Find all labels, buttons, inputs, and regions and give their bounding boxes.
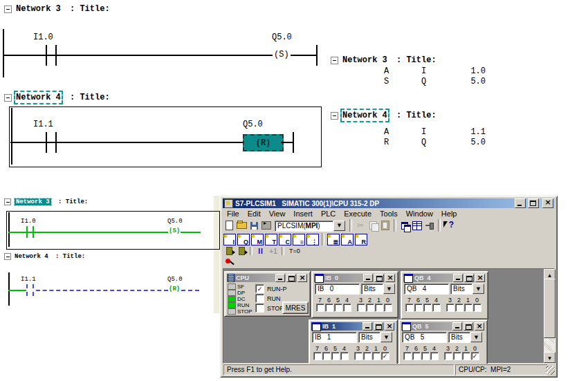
minimize-button[interactable] (453, 274, 463, 282)
bit-checkbox[interactable] (340, 352, 349, 360)
scrollbar-thumb[interactable] (544, 279, 555, 338)
address-field[interactable]: IB 0 (315, 284, 360, 295)
contact-bar-energized[interactable] (26, 226, 28, 238)
set-coil-energized[interactable]: (S) (168, 227, 181, 234)
insert-accumulator-icon[interactable]: A (341, 234, 353, 245)
bit-checkbox[interactable] (334, 304, 342, 312)
address-field[interactable]: QB 4 (404, 284, 449, 295)
bit-checkbox[interactable] (430, 352, 439, 360)
menu-file[interactable]: File (223, 209, 244, 219)
runp-checkbox-row[interactable]: ✓ RUN-P (255, 284, 287, 293)
insert-input-icon[interactable]: I (223, 234, 236, 245)
collapse-icon[interactable] (331, 112, 338, 120)
menu-execute[interactable]: Execute (340, 209, 376, 219)
menu-insert[interactable]: Insert (289, 209, 317, 219)
collapse-icon[interactable] (4, 94, 12, 102)
insert-memory-icon[interactable]: M (251, 234, 264, 245)
cpu-title-bar[interactable]: CPU (227, 274, 308, 282)
maximize-button[interactable] (374, 322, 383, 331)
vertical-scrollbar[interactable]: ▲ ▼ (544, 269, 554, 363)
contact-bar[interactable] (55, 132, 57, 153)
bit-checkbox[interactable] (453, 352, 461, 360)
collapse-icon[interactable] (331, 57, 338, 64)
new-icon[interactable] (223, 220, 235, 231)
minimize-button[interactable] (363, 274, 373, 282)
bit-checkbox[interactable] (313, 352, 322, 360)
pushpin-icon[interactable] (423, 220, 436, 231)
pause-icon[interactable]: II (255, 247, 267, 255)
continuous-scan-icon[interactable] (223, 247, 235, 255)
io-title-bar[interactable]: QB 5 (401, 322, 485, 331)
bit-checkbox[interactable] (357, 304, 365, 312)
run-checkbox-row[interactable]: RUN (255, 294, 281, 303)
maximize-button[interactable] (464, 274, 474, 282)
bit-checkbox[interactable] (384, 304, 392, 312)
minimize-button[interactable] (275, 274, 285, 282)
bit-checkbox[interactable] (372, 352, 380, 360)
insert-generic-icon[interactable]: ≡ (293, 234, 305, 245)
collapse-icon[interactable] (4, 198, 11, 205)
title-bar[interactable]: S7-PLCSIM1 SIMATIC 300(1)\CPU 315-2 DP (223, 198, 555, 208)
context-help-icon[interactable] (443, 220, 455, 231)
bit-checkbox[interactable] (446, 304, 454, 312)
maximize-button[interactable] (528, 198, 539, 208)
close-button[interactable] (542, 198, 553, 208)
maximize-button[interactable] (286, 274, 296, 282)
bit-checkbox[interactable] (363, 352, 371, 360)
contact-bar[interactable] (46, 132, 47, 153)
bit-checkbox[interactable] (412, 352, 421, 360)
open-icon[interactable] (235, 220, 248, 231)
menu-plc[interactable]: PLC (317, 209, 340, 219)
bit-checkbox[interactable]: ✓ (471, 352, 479, 360)
contact-bar-inactive[interactable] (26, 284, 28, 296)
marker-pin-icon[interactable] (223, 257, 235, 268)
combo-dropdown-icon[interactable]: ▼ (472, 284, 484, 294)
bit-checkbox[interactable] (322, 352, 331, 360)
runp-checkbox[interactable]: ✓ (255, 284, 264, 293)
run-checkbox[interactable] (255, 294, 264, 303)
bit-checkbox[interactable] (414, 304, 423, 312)
format-combobox[interactable]: Bits ▼ (448, 332, 482, 342)
bit-checkbox[interactable] (455, 304, 463, 312)
bit-checkbox[interactable] (464, 304, 472, 312)
close-button[interactable] (475, 322, 484, 331)
bit-checkbox[interactable] (316, 304, 324, 312)
bit-checkbox[interactable] (403, 352, 412, 360)
insert-register-icon[interactable]: R (355, 234, 367, 245)
network-title-selected[interactable]: Network 4 (16, 93, 61, 102)
stl-row[interactable]: A I 1.1 (331, 127, 490, 137)
io-title-bar[interactable]: IB 0 (314, 274, 396, 282)
insert-stacks-icon[interactable]: ≣ (327, 234, 340, 245)
close-button[interactable] (385, 274, 395, 282)
contact-bar[interactable] (46, 45, 47, 66)
bit-checkbox[interactable] (405, 304, 414, 312)
menu-tools[interactable]: Tools (376, 209, 402, 219)
insert-counter-icon[interactable]: C (279, 234, 291, 245)
single-scan-icon[interactable] (235, 247, 248, 255)
stl-row[interactable]: A I 1.0 (331, 66, 490, 76)
contact-bar[interactable] (55, 45, 57, 66)
combo-dropdown-icon[interactable]: ▼ (333, 221, 345, 231)
save-icon[interactable] (248, 220, 260, 231)
bit-checkbox[interactable] (462, 352, 470, 360)
card-file-icon[interactable] (260, 220, 273, 231)
insert-output-icon[interactable]: Q (237, 234, 250, 245)
combo-dropdown-icon[interactable]: ▼ (380, 332, 392, 342)
format-combobox[interactable]: Bits ▼ (361, 284, 395, 294)
tile-windows-icon[interactable] (411, 220, 423, 231)
bit-checkbox[interactable] (432, 304, 441, 312)
collapse-icon[interactable] (4, 6, 12, 13)
bit-checkbox[interactable] (444, 352, 452, 360)
cascade-windows-icon[interactable] (398, 220, 411, 231)
contact-bar-inactive[interactable] (33, 284, 34, 296)
collapse-icon[interactable] (4, 253, 11, 260)
bit-checkbox[interactable] (331, 352, 340, 360)
insert-timer-icon[interactable]: T (265, 234, 277, 245)
reset-coil[interactable]: (R) (168, 286, 181, 292)
insert-vertical-bits-icon[interactable]: ⋮ (306, 234, 319, 245)
bit-checkbox[interactable] (473, 304, 481, 312)
combo-dropdown-icon[interactable]: ▼ (383, 284, 395, 294)
maximize-button[interactable] (374, 274, 384, 282)
close-button[interactable] (475, 274, 485, 282)
stl-row[interactable]: S Q 5.0 (331, 77, 490, 86)
